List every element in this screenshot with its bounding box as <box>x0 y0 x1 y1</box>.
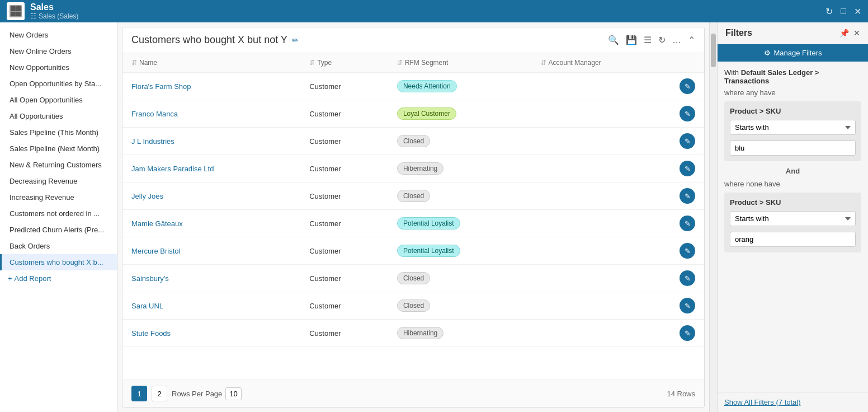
filters-header-icons: 📌 ✕ <box>839 29 860 38</box>
sidebar-item-decreasing-revenue[interactable]: Decreasing Revenue <box>0 173 117 189</box>
sidebar-item-new-returning-customers[interactable]: New & Returning Customers <box>0 157 117 173</box>
row-type: Customer <box>300 182 388 210</box>
table-footer: 1 2 Rows Per Page 10 25 50 14 Rows <box>122 380 704 407</box>
row-name-link[interactable]: Jam Makers Paradise Ltd <box>131 165 214 173</box>
sidebar: New OrdersNew Online OrdersNew Opportuni… <box>0 22 117 412</box>
save-icon[interactable]: 💾 <box>626 35 637 45</box>
table-row: Flora's Farm Shop Customer Needs Attenti… <box>122 73 704 100</box>
sidebar-item-increasing-revenue[interactable]: Increasing Revenue <box>0 189 117 205</box>
report-panel: Customers who bought X but not Y ✏ 🔍 💾 ☰… <box>122 27 705 408</box>
col-account-manager[interactable]: ⇵Account Manager <box>532 53 671 73</box>
row-name: Mercure Bristol <box>122 237 300 265</box>
row-count: 14 Rows <box>667 390 695 398</box>
col-type[interactable]: ⇵Type <box>300 53 388 73</box>
table-row: Jam Makers Paradise Ltd Customer Hiberna… <box>122 155 704 182</box>
col-rfm[interactable]: ⇵RFM Segment <box>388 53 532 73</box>
top-bar-left: Sales ☷ Sales (Sales) <box>7 2 78 20</box>
row-rfm: Hibernating <box>388 320 532 347</box>
row-type: Customer <box>300 237 388 265</box>
row-rfm: Closed <box>388 292 532 320</box>
filters-title: Filters <box>725 28 752 38</box>
sidebar-item-all-opportunities[interactable]: All Opportunities <box>0 108 117 124</box>
row-edit-btn[interactable]: ✎ <box>680 78 695 94</box>
filters-body: With Default Sales Ledger > Transactions… <box>718 62 868 392</box>
row-edit-btn[interactable]: ✎ <box>680 270 695 286</box>
filter-group-1-operator-select[interactable]: Starts with Ends with Contains Equals <box>730 120 856 135</box>
edit-title-icon[interactable]: ✏ <box>292 36 299 45</box>
row-actions: ✎ <box>671 292 704 320</box>
row-name-link[interactable]: Sainsbury's <box>131 274 169 283</box>
row-name-link[interactable]: Stute Foods <box>131 329 171 338</box>
rows-per-page-select[interactable]: 10 25 50 <box>225 387 242 400</box>
row-name-link[interactable]: Sara UNL <box>131 302 163 310</box>
row-name-link[interactable]: Mercure Bristol <box>131 247 180 255</box>
row-edit-btn[interactable]: ✎ <box>680 216 695 231</box>
row-name: Sara UNL <box>122 292 300 320</box>
sidebar-item-new-opportunities[interactable]: New Opportunities <box>0 59 117 76</box>
filter-group-1-value-input[interactable] <box>730 141 856 156</box>
search-icon[interactable]: 🔍 <box>608 35 619 45</box>
rfm-badge: Potential Loyalist <box>397 217 460 230</box>
row-edit-btn[interactable]: ✎ <box>680 133 695 149</box>
refresh-icon[interactable]: ↻ <box>825 6 833 17</box>
filter-icon[interactable]: ☰ <box>644 35 652 45</box>
rfm-badge: Needs Attention <box>397 80 457 92</box>
row-edit-btn[interactable]: ✎ <box>680 161 695 176</box>
sidebar-item-sales-pipeline-this-month[interactable]: Sales Pipeline (This Month) <box>0 124 117 141</box>
sidebar-item-predicted-churn[interactable]: Predicted Churn Alerts (Pre... <box>0 222 117 238</box>
app-icon <box>7 2 25 20</box>
show-all-filters-link[interactable]: Show All Filters (7 total) <box>718 392 868 412</box>
expand-icon[interactable]: □ <box>841 6 846 16</box>
collapse-icon[interactable]: ⌃ <box>688 35 695 45</box>
sidebar-item-new-orders[interactable]: New Orders <box>0 27 117 43</box>
row-name-link[interactable]: Mamie Gâteaux <box>131 219 183 228</box>
row-name-link[interactable]: J L Industries <box>131 137 174 146</box>
top-bar-actions: ↻ □ ✕ <box>825 6 861 17</box>
page-1-btn[interactable]: 1 <box>131 386 147 401</box>
top-bar: Sales ☷ Sales (Sales) ↻ □ ✕ <box>0 0 868 22</box>
row-edit-btn[interactable]: ✎ <box>680 243 695 259</box>
filter-group-2-operator-select[interactable]: Starts with Ends with Contains Equals <box>730 211 856 226</box>
sidebar-item-new-online-orders[interactable]: New Online Orders <box>0 43 117 59</box>
row-edit-btn[interactable]: ✎ <box>680 106 695 121</box>
sidebar-add-report[interactable]: +Add Report <box>0 270 117 287</box>
scrollbar-thumb[interactable] <box>711 34 716 67</box>
app-title: Sales <box>30 2 78 12</box>
row-name-link[interactable]: Flora's Farm Shop <box>131 82 191 91</box>
customers-table: ⇵Name ⇵Type ⇵RFM Segment ⇵Account Manage… <box>122 53 704 347</box>
row-edit-btn[interactable]: ✎ <box>680 188 695 204</box>
rfm-badge: Hibernating <box>397 327 444 339</box>
row-edit-btn[interactable]: ✎ <box>680 298 695 313</box>
filter-group-2: Product > SKU Starts with Ends with Cont… <box>724 193 861 252</box>
sidebar-item-all-open-opportunities[interactable]: All Open Opportunities <box>0 92 117 108</box>
row-name: Jam Makers Paradise Ltd <box>122 155 300 182</box>
row-rfm: Needs Attention <box>388 73 532 100</box>
filter-group-2-value-input[interactable] <box>730 232 856 247</box>
sidebar-item-back-orders[interactable]: Back Orders <box>0 238 117 254</box>
row-edit-btn[interactable]: ✎ <box>680 325 695 341</box>
row-name-link[interactable]: Franco Manca <box>131 110 178 118</box>
more-icon[interactable]: … <box>672 35 681 45</box>
close-filters-icon[interactable]: ✕ <box>853 29 860 38</box>
table-row: Mercure Bristol Customer Potential Loyal… <box>122 237 704 265</box>
table-row: J L Industries Customer Closed ✎ <box>122 128 704 155</box>
manage-filters-btn[interactable]: ⚙ Manage Filters <box>718 44 868 62</box>
scrollbar[interactable] <box>709 22 717 412</box>
filter-context: With Default Sales Ledger > Transactions <box>724 68 861 85</box>
pin-icon[interactable]: 📌 <box>839 29 849 38</box>
row-name-link[interactable]: Jelly Joes <box>131 192 163 200</box>
col-name[interactable]: ⇵Name <box>122 53 300 73</box>
plus-icon: + <box>8 274 12 283</box>
sidebar-item-sales-pipeline-next-month[interactable]: Sales Pipeline (Next Month) <box>0 141 117 157</box>
page-2-btn[interactable]: 2 <box>152 386 167 401</box>
reload-icon[interactable]: ↻ <box>658 35 666 45</box>
row-name: Sainsbury's <box>122 265 300 292</box>
row-actions: ✎ <box>671 155 704 182</box>
report-title: Customers who bought X but not Y <box>131 34 287 46</box>
sidebar-item-open-opps-by-sta[interactable]: Open Opportunities by Sta... <box>0 76 117 92</box>
rfm-badge: Closed <box>397 299 430 312</box>
sidebar-item-customers-bought-x[interactable]: Customers who bought X b... <box>0 254 117 270</box>
sidebar-item-customers-not-ordered[interactable]: Customers not ordered in ... <box>0 205 117 222</box>
row-account-manager <box>532 320 671 347</box>
close-icon[interactable]: ✕ <box>854 6 861 17</box>
